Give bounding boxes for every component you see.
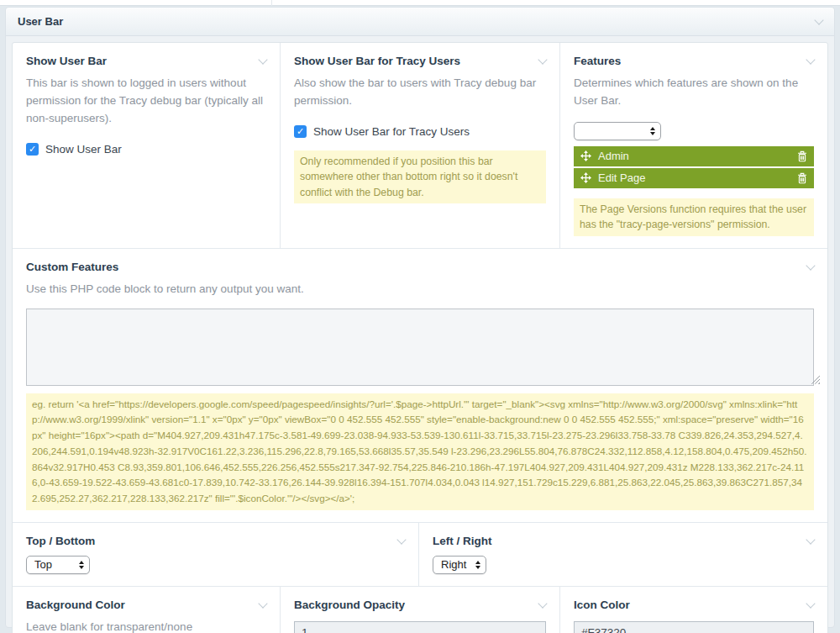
- up-down-stepper-icon: [475, 561, 480, 569]
- fieldset-body: Show User Bar This bar is shown to logge…: [12, 42, 828, 633]
- background-opacity-input[interactable]: [294, 621, 546, 633]
- custom-features-textarea[interactable]: [26, 309, 814, 386]
- chevron-down-icon[interactable]: [814, 15, 823, 24]
- trash-icon[interactable]: [797, 172, 807, 184]
- feature-item-label: Admin: [598, 150, 629, 162]
- feature-item-label: Edit Page: [598, 171, 645, 184]
- chevron-down-icon[interactable]: [806, 55, 815, 64]
- row-position: Top / Bottom Top Left / Right Right: [13, 522, 827, 586]
- field-description: Determines which features are shown on t…: [574, 75, 814, 110]
- row-toggles: Show User Bar This bar is shown to logge…: [13, 43, 827, 248]
- chevron-down-icon[interactable]: [806, 261, 815, 270]
- row-custom-features: Custom Features Use this PHP code block …: [13, 248, 827, 522]
- move-arrows-icon[interactable]: [580, 150, 591, 161]
- field-show-user-bar: Show User Bar This bar is shown to logge…: [13, 43, 280, 248]
- features-sortable-list: Admin: [574, 146, 814, 188]
- field-title: Show User Bar for Tracy Users: [294, 55, 460, 67]
- field-description: Leave blank for transparent/none: [26, 619, 266, 633]
- checkbox-label[interactable]: Show User Bar: [45, 143, 122, 156]
- field-description: Also show the bar to users with Tracy de…: [294, 75, 546, 110]
- user-bar-fieldset: User Bar Show User Bar This bar is shown…: [5, 7, 835, 628]
- field-title: Icon Color: [574, 599, 630, 611]
- field-title: Top / Bottom: [26, 535, 95, 547]
- feature-item-admin[interactable]: Admin: [574, 146, 814, 166]
- up-down-stepper-icon: [650, 127, 655, 135]
- chevron-down-icon[interactable]: [806, 535, 815, 544]
- field-note: eg. return '<a href="https://developers.…: [26, 393, 814, 510]
- field-show-tracy-users: Show User Bar for Tracy Users Also show …: [280, 43, 559, 248]
- chevron-down-icon[interactable]: [396, 535, 406, 544]
- row-colors: Background Color Leave blank for transpa…: [13, 586, 827, 633]
- field-description: This bar is shown to logged in users wit…: [26, 75, 266, 128]
- top-bottom-select[interactable]: Top: [26, 556, 90, 574]
- move-arrows-icon[interactable]: [580, 172, 591, 183]
- field-background-opacity: Background Opacity 0 to 1: [280, 587, 559, 633]
- field-description: Use this PHP code block to return any ou…: [26, 281, 814, 298]
- field-title: Show User Bar: [26, 55, 107, 67]
- select-value: Top: [34, 558, 72, 571]
- checkbox-label[interactable]: Show User Bar for Tracy Users: [313, 125, 470, 138]
- chevron-down-icon[interactable]: [258, 599, 267, 608]
- select-value: Right: [441, 558, 469, 571]
- show-user-bar-checkbox-row[interactable]: ✓ Show User Bar: [26, 143, 266, 156]
- field-title: Left / Right: [433, 535, 492, 547]
- chevron-down-icon[interactable]: [538, 55, 547, 64]
- field-custom-features: Custom Features Use this PHP code block …: [13, 249, 827, 522]
- user-bar-fieldset-header[interactable]: User Bar: [6, 8, 834, 36]
- show-tracy-checkbox-row[interactable]: ✓ Show User Bar for Tracy Users: [294, 125, 546, 138]
- page-title: User Bar: [18, 15, 63, 28]
- field-note: The Page Versions function requires that…: [574, 198, 814, 236]
- icon-color-input[interactable]: [574, 621, 814, 633]
- chevron-down-icon[interactable]: [806, 599, 815, 608]
- field-title: Background Opacity: [294, 599, 405, 611]
- field-icon-color: Icon Color eg. #666666: [559, 587, 827, 633]
- divider: [271, 0, 272, 6]
- field-note: Only recommended if you position this ba…: [294, 150, 546, 203]
- field-background-color: Background Color Leave blank for transpa…: [13, 587, 280, 633]
- chevron-down-icon[interactable]: [538, 599, 547, 608]
- feature-item-edit-page[interactable]: Edit Page: [574, 168, 814, 188]
- field-title: Custom Features: [26, 261, 118, 273]
- checkbox-checked[interactable]: ✓: [294, 125, 307, 138]
- left-right-select[interactable]: Right: [433, 556, 486, 574]
- field-title: Features: [574, 55, 621, 67]
- checkbox-checked[interactable]: ✓: [26, 143, 39, 156]
- field-title: Background Color: [26, 599, 125, 611]
- features-select[interactable]: [574, 122, 661, 140]
- field-features: Features Determines which features are s…: [559, 43, 827, 248]
- chevron-down-icon[interactable]: [258, 55, 267, 64]
- up-down-stepper-icon: [79, 561, 84, 569]
- field-top-bottom: Top / Bottom Top: [13, 523, 418, 586]
- page-top-strip: [0, 0, 840, 6]
- trash-icon[interactable]: [797, 150, 807, 162]
- field-left-right: Left / Right Right: [418, 523, 827, 586]
